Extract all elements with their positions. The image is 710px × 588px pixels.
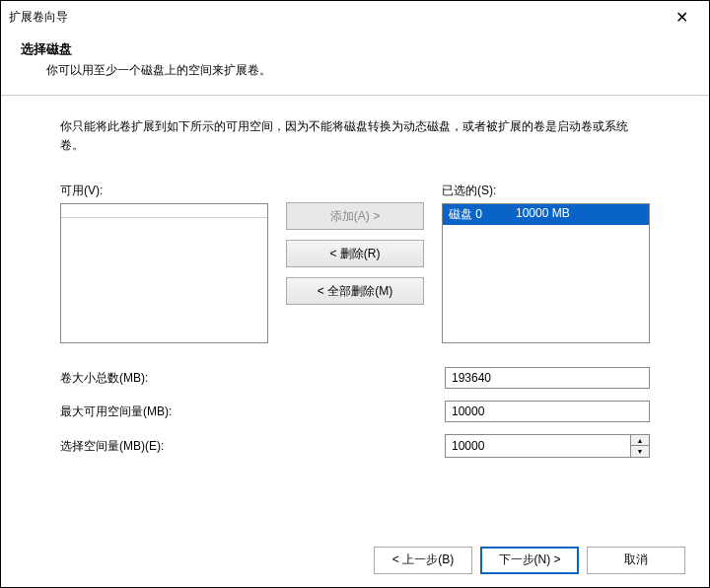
available-column: 可用(V): <box>60 183 268 343</box>
next-button[interactable]: 下一步(N) > <box>480 547 579 574</box>
selected-listbox[interactable]: 磁盘 0 10000 MB <box>442 203 650 343</box>
cancel-button[interactable]: 取消 <box>587 547 685 574</box>
spinner-buttons: ▲ ▼ <box>630 434 650 458</box>
select-space-row: 选择空间量(MB)(E): ▲ ▼ <box>60 434 650 458</box>
select-space-label: 选择空间量(MB)(E): <box>60 438 445 455</box>
select-space-input[interactable] <box>445 434 630 458</box>
max-space-label: 最大可用空间量(MB): <box>60 404 445 420</box>
add-button[interactable]: 添加(A) > <box>286 202 424 230</box>
total-size-label: 卷大小总数(MB): <box>60 370 445 387</box>
available-label: 可用(V): <box>60 183 268 199</box>
selected-column: 已选的(S): 磁盘 0 10000 MB <box>442 183 650 343</box>
window-title: 扩展卷向导 <box>9 9 662 26</box>
available-list-header <box>61 204 267 218</box>
titlebar: 扩展卷向导 ✕ <box>1 1 709 33</box>
remove-button[interactable]: < 删除(R) <box>286 240 424 267</box>
transfer-buttons: 添加(A) > < 删除(R) < 全部删除(M) <box>286 183 424 343</box>
header-description: 你可以用至少一个磁盘上的空间来扩展卷。 <box>21 62 689 79</box>
max-space-value: 10000 <box>445 401 650 422</box>
spinner-down-button[interactable]: ▼ <box>631 446 649 457</box>
header-title: 选择磁盘 <box>21 40 689 58</box>
max-space-row: 最大可用空间量(MB): 10000 <box>60 401 650 422</box>
header: 选择磁盘 你可以用至少一个磁盘上的空间来扩展卷。 <box>1 33 709 95</box>
selected-label: 已选的(S): <box>442 183 650 199</box>
disk-name: 磁盘 0 <box>449 206 516 223</box>
disk-columns: 可用(V): 添加(A) > < 删除(R) < 全部删除(M) 已选的(S):… <box>60 183 650 343</box>
available-listbox[interactable] <box>60 203 268 343</box>
info-text: 你只能将此卷扩展到如下所示的可用空间，因为不能将磁盘转换为动态磁盘，或者被扩展的… <box>60 117 650 155</box>
spinner-up-button[interactable]: ▲ <box>631 435 649 446</box>
select-space-spinner: ▲ ▼ <box>445 434 650 458</box>
remove-all-button[interactable]: < 全部删除(M) <box>286 277 424 305</box>
back-button[interactable]: < 上一步(B) <box>374 547 472 574</box>
close-icon: ✕ <box>675 8 688 27</box>
total-size-row: 卷大小总数(MB): 193640 <box>60 367 650 389</box>
disk-size: 10000 MB <box>516 206 570 223</box>
list-item[interactable]: 磁盘 0 10000 MB <box>443 204 649 225</box>
footer: < 上一步(B) 下一步(N) > 取消 <box>1 532 709 587</box>
wizard-window: 扩展卷向导 ✕ 选择磁盘 你可以用至少一个磁盘上的空间来扩展卷。 你只能将此卷扩… <box>0 0 710 588</box>
total-size-value: 193640 <box>445 367 650 389</box>
body: 你只能将此卷扩展到如下所示的可用空间，因为不能将磁盘转换为动态磁盘，或者被扩展的… <box>1 96 709 532</box>
close-button[interactable]: ✕ <box>662 3 701 31</box>
